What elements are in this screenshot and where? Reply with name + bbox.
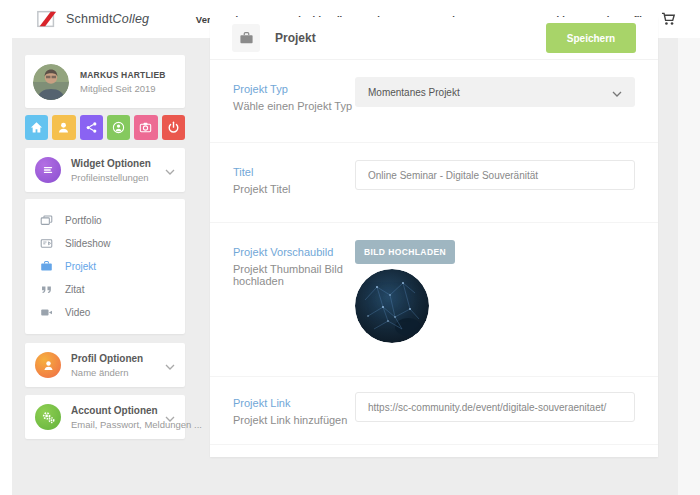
menu-item-label: Video: [65, 307, 90, 318]
field-projekt-typ: Momentanes Projekt: [355, 60, 635, 142]
panel-header: Projekt Speichern: [210, 17, 658, 60]
menu-item-label: Portfolio: [65, 215, 102, 226]
widget-options-text: Widget Optionen Profileinstellungen: [71, 158, 151, 183]
chevron-down-icon: [612, 83, 622, 101]
profile-circle-button[interactable]: [107, 115, 130, 140]
page-title: Projekt: [275, 31, 316, 45]
menu-item-portfolio[interactable]: Portfolio: [25, 209, 185, 232]
account-options-subtitle: Email, Passwort, Meldungen ...: [71, 419, 165, 430]
logo-slash-icon: [35, 8, 59, 30]
profile-options-subtitle: Name ändern: [71, 367, 143, 378]
menu-item-projekt[interactable]: Projekt: [25, 255, 185, 278]
form-row-projekt-typ: Projekt Typ Wähle einen Projekt Typ Mome…: [210, 60, 658, 143]
quick-actions: [25, 115, 185, 140]
menu-item-label: Zitat: [65, 284, 84, 295]
account-options-title: Account Optionen: [71, 405, 165, 416]
field-vorschaubild: BILD HOCHLADEN: [355, 223, 635, 376]
camera-button[interactable]: [134, 115, 157, 140]
save-button[interactable]: Speichern: [546, 23, 636, 53]
label-vorschaubild: Projekt Vorschaubild Projekt Thumbnail B…: [233, 223, 355, 376]
label-projekt-typ: Projekt Typ Wähle einen Projekt Typ: [233, 60, 355, 142]
briefcase-icon: [232, 24, 260, 52]
profile-card: MARKUS HARTLIEB Mitglied Seit 2019: [25, 55, 185, 108]
avatar: [33, 64, 69, 100]
menu-item-video[interactable]: Video: [25, 301, 185, 324]
chevron-down-icon: [165, 356, 175, 374]
widget-options-card[interactable]: Widget Optionen Profileinstellungen: [25, 148, 185, 192]
share-icon: [85, 121, 98, 134]
profile-options-text: Profil Optionen Name ändern: [71, 353, 143, 378]
video-icon: [40, 306, 54, 319]
account-options-card[interactable]: Account Optionen Email, Passwort, Meldun…: [25, 395, 185, 439]
field-label: Projekt Typ: [233, 83, 355, 95]
profile-options-title: Profil Optionen: [71, 353, 143, 364]
cart-icon[interactable]: [661, 12, 676, 26]
user-button[interactable]: [52, 115, 75, 140]
upload-image-button[interactable]: BILD HOCHLADEN: [355, 240, 455, 264]
cogs-icon: [35, 404, 61, 430]
form-row-vorschaubild: Projekt Vorschaubild Projekt Thumbnail B…: [210, 223, 658, 377]
profile-name: MARKUS HARTLIEB: [80, 70, 166, 80]
logo[interactable]: SchmidtColleg: [35, 8, 149, 30]
user-icon: [35, 352, 61, 378]
field-label: Titel: [233, 166, 355, 178]
home-button[interactable]: [25, 115, 48, 140]
power-icon: [167, 121, 180, 134]
user-circle-icon: [112, 121, 125, 134]
label-titel: Titel Projekt Titel: [233, 143, 355, 222]
label-link: Projekt Link Projekt Link hinzufügen: [233, 377, 355, 444]
account-options-text: Account Optionen Email, Passwort, Meldun…: [71, 405, 165, 430]
profile-text: MARKUS HARTLIEB Mitglied Seit 2019: [80, 70, 166, 94]
field-hint: Projekt Thumbnail Bild hochladen: [233, 263, 355, 287]
projekt-panel: Projekt Speichern Projekt Typ Wähle eine…: [210, 17, 658, 457]
share-button[interactable]: [80, 115, 103, 140]
menu-item-label: Projekt: [65, 261, 96, 272]
form-row-titel: Titel Projekt Titel: [210, 143, 658, 223]
field-link: [355, 377, 635, 444]
field-hint: Projekt Titel: [233, 183, 355, 195]
chevron-down-icon: [165, 161, 175, 179]
menu-item-label: Slideshow: [65, 238, 111, 249]
camera-icon: [139, 121, 152, 134]
profile-member-since: Mitglied Seit 2019: [80, 83, 166, 94]
projekt-typ-selected-value: Momentanes Projekt: [368, 87, 460, 98]
briefcase-icon: [40, 260, 54, 273]
portfolio-icon: [40, 214, 54, 227]
field-label: Projekt Vorschaubild: [233, 246, 355, 258]
user-icon: [57, 121, 70, 134]
logout-button[interactable]: [162, 115, 185, 140]
form-row-link: Projekt Link Projekt Link hinzufügen: [210, 377, 658, 445]
widget-options-subtitle: Profileinstellungen: [71, 172, 151, 183]
field-label: Projekt Link: [233, 397, 355, 409]
widget-options-title: Widget Optionen: [71, 158, 151, 169]
page: SchmidtColleg Veranstaltungen SchmidtCol…: [0, 0, 700, 495]
right-margin: [678, 38, 700, 495]
menu-item-zitat[interactable]: Zitat: [25, 278, 185, 301]
list-lines-icon: [35, 157, 61, 183]
field-titel: [355, 143, 635, 222]
chevron-down-icon: [165, 408, 175, 426]
widget-menu: Portfolio Slideshow Projekt Zitat: [25, 199, 185, 334]
projekt-link-input[interactable]: [355, 392, 635, 422]
sidebar: MARKUS HARTLIEB Mitglied Seit 2019: [25, 55, 185, 439]
logo-text: SchmidtColleg: [66, 12, 149, 26]
field-hint: Wähle einen Projekt Typ: [233, 100, 355, 112]
menu-item-slideshow[interactable]: Slideshow: [25, 232, 185, 255]
field-hint: Projekt Link hinzufügen: [233, 414, 355, 426]
project-thumbnail-image: [355, 269, 429, 343]
projekt-typ-select[interactable]: Momentanes Projekt: [355, 77, 635, 107]
slideshow-icon: [40, 237, 54, 250]
profile-options-card[interactable]: Profil Optionen Name ändern: [25, 343, 185, 387]
titel-input[interactable]: [355, 160, 635, 190]
quote-icon: [40, 283, 54, 296]
home-icon: [30, 121, 43, 134]
